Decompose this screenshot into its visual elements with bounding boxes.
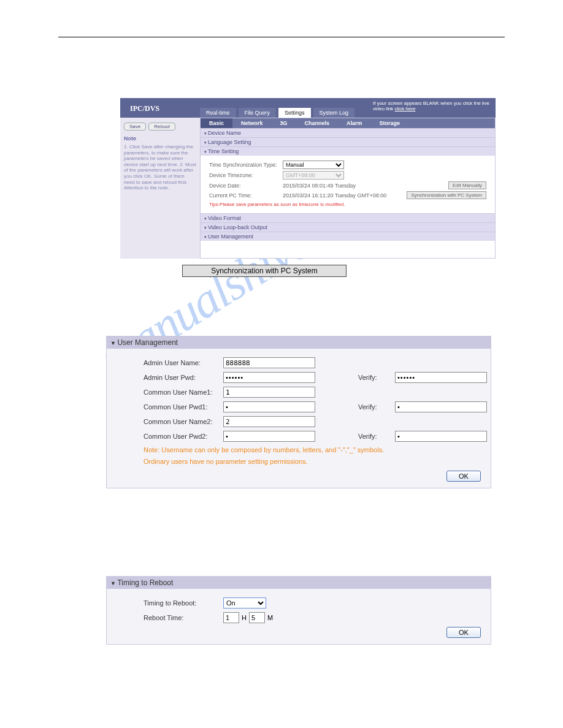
common-pwd2-verify-input[interactable] — [395, 431, 487, 442]
settings-screenshot: IPC/DVS If your screen appears BLANK whe… — [120, 98, 496, 259]
sync-type-select[interactable]: Manual — [283, 161, 344, 169]
acc-language-setting[interactable]: Language Setting — [201, 137, 495, 146]
timezone-select[interactable]: GMT+08:00 — [283, 171, 344, 180]
acc-device-name[interactable]: Device Name — [201, 128, 495, 137]
page-divider — [58, 37, 505, 37]
user-management-panel: User Management Admin User Name: Admin U… — [106, 336, 491, 488]
tab-system-log[interactable]: System Log — [313, 108, 355, 118]
subtab-storage[interactable]: Storage — [371, 118, 409, 128]
tips-text: Tips:Please save parameters as soon as t… — [209, 202, 486, 207]
device-date-label: Device Date: — [209, 183, 283, 189]
subtab-basic[interactable]: Basic — [201, 118, 232, 128]
admin-pwd-input[interactable] — [223, 372, 315, 383]
device-date-value: 2015/03/24 08:01:49 Tuesday — [283, 183, 356, 189]
timing-reboot-header[interactable]: Timing to Reboot — [107, 577, 491, 589]
common-name2-label: Common User Name2: — [144, 418, 223, 425]
admin-pwd-verify-input[interactable] — [395, 372, 487, 383]
click-here-link[interactable]: click here — [395, 106, 416, 112]
tab-real-time[interactable]: Real-time — [200, 108, 236, 118]
common-name1-input[interactable] — [223, 387, 315, 398]
reboot-time-label: Reboot Time: — [144, 614, 223, 621]
verify-label-1: Verify: — [358, 374, 395, 381]
blank-screen-message: If your screen appears BLANK when you cl… — [373, 100, 489, 112]
user-management-ok-button[interactable]: OK — [446, 471, 481, 482]
sync-type-label: Time Synchronization Type: — [209, 162, 283, 168]
timing-reboot-select[interactable]: On — [223, 597, 266, 609]
timing-reboot-ok-button[interactable]: OK — [446, 627, 481, 638]
admin-name-input[interactable] — [223, 357, 315, 368]
common-name1-label: Common User Name1: — [144, 389, 223, 396]
sync-pc-button[interactable]: Synchronization with PC System — [407, 191, 486, 199]
common-name2-input[interactable] — [223, 416, 315, 427]
timing-reboot-label: Timing to Reboot: — [144, 599, 223, 607]
common-pwd1-label: Common User Pwd1: — [144, 403, 223, 411]
sync-with-pc-button[interactable]: Synchronization with PC System — [182, 265, 347, 277]
note-text: 1. Click Save after changing the paramet… — [124, 144, 196, 191]
subtab-3g[interactable]: 3G — [272, 118, 296, 128]
common-pwd1-verify-input[interactable] — [395, 401, 487, 412]
tab-file-query[interactable]: File Query — [239, 108, 277, 118]
note-heading: Note — [124, 135, 196, 142]
common-pwd2-label: Common User Pwd2: — [144, 433, 223, 440]
acc-video-loopback[interactable]: Video Loop-back Output — [201, 222, 495, 232]
hour-unit: H — [242, 614, 247, 621]
subtab-channels[interactable]: Channels — [296, 118, 339, 128]
username-note-1: Note: Username can only be composed by n… — [144, 446, 462, 455]
edit-manually-button[interactable]: Edit Manually — [448, 181, 486, 189]
save-button[interactable]: Save — [124, 123, 146, 131]
pc-time-value: 2015/03/24 16:11:20 Tuesday GMT+08:00 — [283, 192, 386, 199]
common-pwd2-input[interactable] — [223, 431, 315, 442]
subtab-network[interactable]: Network — [232, 118, 272, 128]
pc-time-label: Current PC Time: — [209, 192, 283, 199]
verify-label-2: Verify: — [358, 403, 395, 411]
acc-video-format[interactable]: Video Format — [201, 213, 495, 222]
subtab-alarm[interactable]: Alarm — [338, 118, 371, 128]
timezone-label: Device Timezone: — [209, 172, 283, 178]
common-pwd1-input[interactable] — [223, 401, 315, 412]
acc-user-management[interactable]: User Management — [201, 232, 495, 241]
reboot-button[interactable]: Reboot — [148, 123, 175, 131]
admin-name-label: Admin User Name: — [144, 359, 223, 366]
acc-time-setting[interactable]: Time Setting — [201, 146, 495, 156]
username-note-2: Ordinary users have no parameter setting… — [144, 457, 462, 466]
verify-label-3: Verify: — [358, 433, 395, 440]
admin-pwd-label: Admin User Pwd: — [144, 374, 223, 381]
app-logo: IPC/DVS — [130, 104, 159, 113]
reboot-minute-input[interactable] — [249, 612, 265, 623]
reboot-hour-input[interactable] — [223, 612, 239, 623]
tab-settings[interactable]: Settings — [278, 108, 311, 118]
minute-unit: M — [267, 614, 273, 621]
sub-tabs: Basic Network 3G Channels Alarm Storage — [201, 118, 495, 128]
user-management-header[interactable]: User Management — [107, 336, 491, 349]
top-tabs: Real-time File Query Settings System Log — [200, 108, 354, 118]
timing-reboot-panel: Timing to Reboot Timing to Reboot: On Re… — [106, 576, 491, 645]
